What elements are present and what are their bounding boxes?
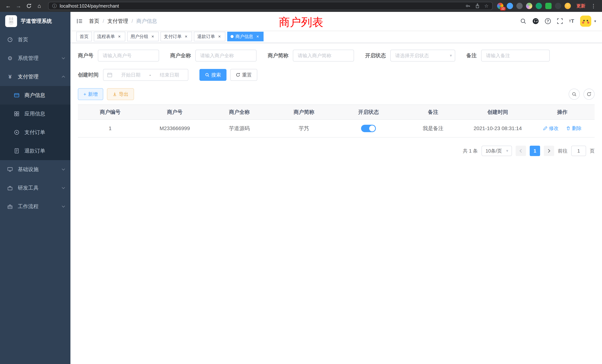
profile-avatar-icon[interactable]	[565, 3, 571, 9]
close-icon[interactable]: ×	[255, 34, 260, 39]
sidebar-item-workflow[interactable]: 工作流程	[0, 197, 70, 216]
sidebar-subitem-merchant-info[interactable]: 商户信息	[0, 86, 70, 105]
chevron-down-icon	[62, 186, 65, 189]
create-time-range-picker[interactable]: 开始日期 - 结束日期	[103, 69, 188, 81]
search-icon	[572, 92, 577, 96]
tab-process-form[interactable]: 流程表单 ×	[94, 32, 125, 41]
extension-badge: 10	[500, 7, 506, 11]
sidebar-subitem-app-info[interactable]: 应用信息	[0, 105, 70, 123]
pagination: 共 1 条 10条/页 ▾ 1 前往 页	[78, 146, 595, 156]
toggle-search-button[interactable]	[569, 89, 580, 100]
sidebar-item-payment[interactable]: ¥ 支付管理	[0, 67, 70, 86]
github-icon[interactable]	[532, 18, 539, 24]
extension-icon-1[interactable]: 10	[497, 3, 503, 9]
tab-pay-order[interactable]: 支付订单 ×	[161, 32, 192, 41]
close-icon[interactable]: ×	[183, 34, 189, 39]
search-icon[interactable]	[520, 18, 526, 24]
reload-button[interactable]	[24, 1, 33, 10]
gear-icon: ⚙	[6, 55, 14, 62]
sidebar-subitem-pay-order[interactable]: 支付订单	[0, 123, 70, 142]
password-key-icon[interactable]	[465, 3, 471, 9]
page-size-select[interactable]: 10条/页 ▾	[482, 146, 512, 156]
toolbox-icon	[6, 185, 14, 191]
forward-button[interactable]: →	[14, 1, 23, 10]
breadcrumb-payment[interactable]: 支付管理	[108, 18, 128, 25]
search-form-row-2: 创建时间 开始日期 - 结束日期 搜索 重置	[78, 69, 595, 81]
cell-merchant-id: 1	[78, 119, 142, 137]
reset-button[interactable]: 重置	[230, 69, 257, 81]
start-date-placeholder: 开始日期	[116, 72, 146, 78]
sidebar-item-system[interactable]: ⚙ 系统管理	[0, 49, 70, 67]
extension-icon-2[interactable]	[507, 3, 513, 9]
cell-full-name: 芋道源码	[207, 119, 272, 137]
extension-icon-6[interactable]	[545, 3, 552, 9]
extension-icon-3[interactable]	[516, 3, 523, 9]
delete-link[interactable]: 删除	[566, 125, 582, 132]
page-1-button[interactable]: 1	[530, 146, 540, 156]
update-browser-button[interactable]: 更新	[576, 3, 585, 9]
table-row: 1 M233666999 芋道源码 芋艿 我是备注 2021-10-23 08:…	[78, 119, 595, 137]
browser-menu-icon[interactable]: ⋮	[590, 3, 597, 9]
help-icon[interactable]: ?	[545, 18, 551, 24]
add-button[interactable]: + 新增	[78, 88, 103, 100]
col-merchant-id: 商户编号	[78, 105, 142, 119]
fullscreen-icon[interactable]	[557, 18, 563, 24]
cell-short-name: 芋艿	[272, 119, 336, 137]
logo-bunny-icon	[5, 15, 17, 27]
dashboard-icon	[6, 37, 14, 43]
merchant-fullname-input[interactable]	[195, 50, 257, 62]
next-page-button[interactable]	[544, 146, 554, 156]
bookmark-star-icon[interactable]: ☆	[484, 3, 489, 9]
user-avatar[interactable]	[580, 16, 591, 27]
merchant-card-icon	[13, 93, 21, 98]
sidebar-subitem-refund-order[interactable]: 退款订单	[0, 142, 70, 160]
goto-page-input[interactable]	[571, 146, 586, 156]
close-icon[interactable]: ×	[150, 34, 155, 39]
status-label: 开启状态	[365, 52, 386, 59]
tab-home[interactable]: 首页	[76, 32, 92, 41]
extension-icon-4[interactable]	[526, 3, 532, 9]
extension-icon-5[interactable]	[536, 3, 542, 9]
col-status: 开启状态	[336, 105, 401, 119]
tab-merchant-info[interactable]: 商户信息 ×	[227, 32, 264, 41]
sidebar-collapse-icon[interactable]	[76, 18, 83, 24]
chevron-down-icon	[62, 204, 65, 208]
payment-submenu: 商户信息 应用信息 支付订单 退款订单	[0, 86, 70, 160]
merchant-shortname-input[interactable]	[293, 50, 354, 62]
sidebar-item-infrastructure[interactable]: 基础设施	[0, 160, 70, 179]
page-content: 商户号 商户全称 商户简称 开启状态 ▾	[70, 43, 602, 364]
breadcrumb-home[interactable]: 首页	[89, 18, 99, 25]
status-toggle[interactable]	[361, 125, 376, 132]
edit-link[interactable]: 修改	[543, 125, 559, 132]
avatar-caret-icon[interactable]: ▾	[594, 19, 596, 23]
prev-page-button[interactable]	[516, 146, 526, 156]
search-button[interactable]: 搜索	[199, 69, 226, 81]
font-size-icon[interactable]: TT	[569, 18, 574, 24]
table-toolbar: + 新增 导出	[78, 88, 595, 100]
search-icon	[205, 73, 209, 77]
refresh-table-button[interactable]	[583, 89, 595, 100]
close-icon[interactable]: ×	[217, 34, 222, 39]
url-text: localhost:1024/pay/merchant	[60, 3, 462, 9]
edit-pen-icon	[543, 126, 548, 130]
merchant-no-input[interactable]	[98, 50, 159, 62]
sidebar-item-home[interactable]: 首页	[0, 30, 70, 49]
app-logo[interactable]: 芋道管理系统	[0, 12, 70, 30]
cell-remark: 我是备注	[401, 119, 466, 137]
goto-label: 前往	[558, 148, 568, 154]
site-info-icon[interactable]: ⓘ	[52, 3, 57, 9]
extension-icon-7[interactable]	[555, 3, 561, 9]
back-button[interactable]: ←	[4, 1, 13, 10]
home-button[interactable]: ⌂	[35, 1, 44, 10]
page-annotation: 商户列表	[279, 15, 323, 30]
remark-input[interactable]	[481, 50, 550, 62]
chevron-up-icon	[62, 76, 65, 79]
close-icon[interactable]: ×	[117, 34, 122, 39]
tab-user-group[interactable]: 用户分组 ×	[127, 32, 159, 41]
share-icon[interactable]	[475, 3, 480, 9]
tab-refund-order[interactable]: 退款订单 ×	[194, 32, 225, 41]
sidebar-item-devtools[interactable]: 研发工具	[0, 179, 70, 197]
export-button[interactable]: 导出	[107, 88, 134, 100]
address-bar[interactable]: ⓘ localhost:1024/pay/merchant ☆	[48, 2, 493, 10]
status-select[interactable]	[390, 50, 455, 62]
